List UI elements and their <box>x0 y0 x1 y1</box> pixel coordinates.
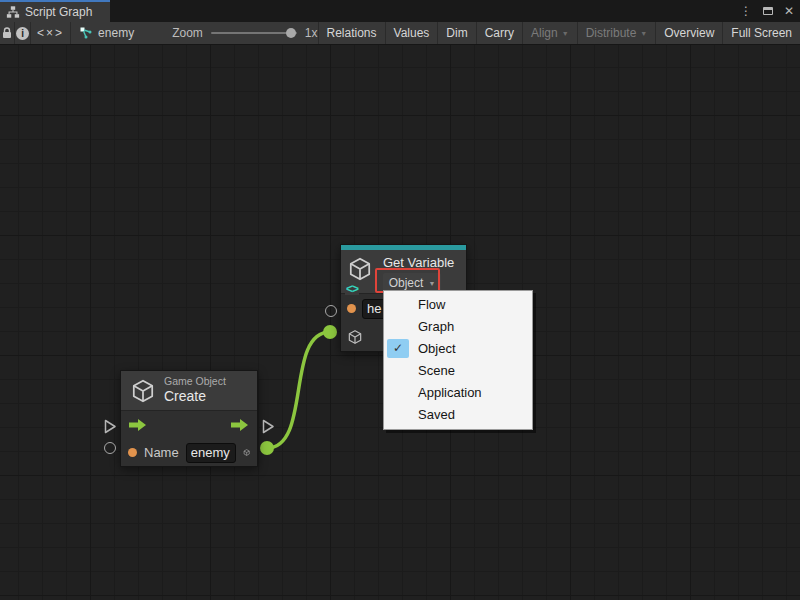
align-button[interactable]: Align▼ <box>523 22 578 44</box>
create-name-row: Name <box>121 439 257 466</box>
toolbar-buttons: Relations Values Dim Carry Align▼ Distri… <box>318 22 800 44</box>
name-param-label: Name <box>144 445 179 460</box>
gameobject-type-icon <box>243 444 250 461</box>
lock-icon <box>0 26 14 40</box>
relations-button[interactable]: Relations <box>319 22 386 44</box>
zoom-slider[interactable] <box>211 32 297 34</box>
menu-item-object[interactable]: ✓ Object <box>384 338 532 360</box>
create-node-category: Game Object <box>164 375 226 388</box>
script-graph-window: Script Graph ⋮ ✕ i <×> <box>0 0 800 600</box>
breadcrumb[interactable]: enemy <box>71 22 142 44</box>
graph-node-icon <box>79 26 93 40</box>
menu-item-scene[interactable]: Scene <box>384 360 532 382</box>
zoom-control: Zoom 1x <box>172 22 317 44</box>
window-controls: ⋮ ✕ <box>740 0 794 22</box>
chevron-down-icon: ▼ <box>562 30 569 37</box>
flow-in-arrow-icon[interactable] <box>129 418 147 432</box>
variable-angle-brackets-icon: <> <box>345 283 359 295</box>
values-button[interactable]: Values <box>386 22 439 44</box>
connection-wire[interactable] <box>267 332 330 448</box>
create-node[interactable]: Game Object Create Name <box>120 370 258 467</box>
info-icon: i <box>16 27 29 40</box>
create-node-header: Game Object Create <box>121 371 257 411</box>
close-icon[interactable]: ✕ <box>784 5 794 17</box>
fullscreen-button[interactable]: Full Screen <box>723 22 800 44</box>
gameobject-target-icon <box>347 329 363 345</box>
create-value-in-port[interactable] <box>104 442 116 454</box>
graph-hierarchy-icon <box>6 5 20 19</box>
window-menu-icon[interactable]: ⋮ <box>740 5 752 17</box>
getvar-name-in-port[interactable] <box>325 305 337 317</box>
graph-toolbar: i <×> enemy Zoom 1x Relations Values Dim <box>0 22 800 45</box>
create-output-port-connected[interactable] <box>260 441 274 455</box>
create-flow-row <box>121 411 257 439</box>
overview-button[interactable]: Overview <box>656 22 723 44</box>
tab-label: Script Graph <box>25 5 92 19</box>
title-bar: Script Graph ⋮ ✕ <box>0 0 800 22</box>
tab-script-graph[interactable]: Script Graph <box>0 0 110 22</box>
flow-out-arrow-icon[interactable] <box>231 418 249 432</box>
dim-button[interactable]: Dim <box>438 22 476 44</box>
cube-icon <box>130 378 156 404</box>
name-value-field[interactable] <box>186 443 236 463</box>
name-input-port-icon[interactable] <box>128 448 137 457</box>
menu-item-application[interactable]: Application <box>384 382 532 404</box>
zoom-slider-handle[interactable] <box>286 28 296 38</box>
create-flow-out-port[interactable] <box>262 419 275 434</box>
inspect-button[interactable]: i <box>15 22 31 44</box>
menu-item-saved[interactable]: Saved <box>384 404 532 426</box>
chevron-down-icon: ▼ <box>640 30 647 37</box>
distribute-button[interactable]: Distribute▼ <box>578 22 657 44</box>
carry-button[interactable]: Carry <box>477 22 523 44</box>
create-flow-in-port[interactable] <box>104 419 117 434</box>
scope-menu: Flow Graph ✓ Object Scene Application Sa… <box>383 290 533 430</box>
maximize-icon[interactable] <box>763 7 773 15</box>
graph-canvas[interactable]: Game Object Create Name <box>0 45 800 600</box>
code-x-icon: <×> <box>37 26 64 40</box>
zoom-label: Zoom <box>172 26 203 40</box>
cube-icon <box>347 256 373 282</box>
lock-button[interactable] <box>0 22 15 44</box>
create-node-title: Create <box>164 388 226 406</box>
breadcrumb-label: enemy <box>98 26 134 40</box>
getvar-target-port-connected[interactable] <box>323 325 337 339</box>
zoom-value: 1x <box>305 26 318 40</box>
toggle-values-button[interactable]: <×> <box>31 22 71 44</box>
menu-item-graph[interactable]: Graph <box>384 316 532 338</box>
checkmark-icon: ✓ <box>387 339 409 358</box>
variable-name-port-icon[interactable] <box>347 304 356 313</box>
menu-item-flow[interactable]: Flow <box>384 294 532 316</box>
